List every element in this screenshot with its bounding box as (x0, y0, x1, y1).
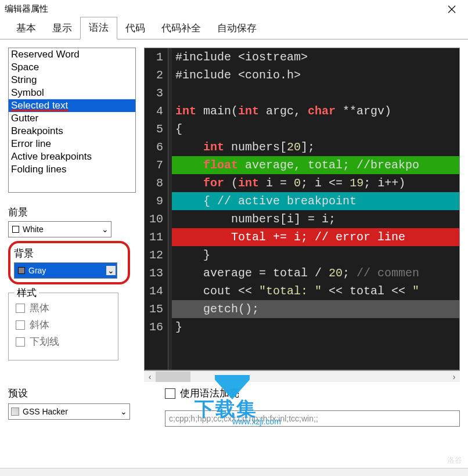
code-line: for (int i = 0; i <= 19; i++) (172, 174, 459, 192)
line-number: 9 (149, 192, 163, 210)
horizontal-scrollbar[interactable]: ‹ › (144, 370, 460, 382)
tab-2[interactable]: 语法 (80, 17, 117, 39)
use-syntax-highlight-label: 使用语法加亮 (180, 387, 239, 400)
background-value: Gray (27, 266, 106, 275)
checkbox-icon (16, 304, 25, 313)
code-line: numbers[i] = i; (172, 210, 459, 228)
chevron-down-icon: ⌄ (120, 407, 127, 416)
list-item[interactable]: Selected text (9, 99, 135, 112)
underline-checkbox[interactable]: 下划线 (16, 335, 111, 348)
close-icon (448, 5, 456, 13)
titlebar: 编辑器属性 (0, 0, 468, 19)
left-panel: Reserved WordSpaceStringSymbolSelected t… (8, 48, 136, 382)
window-title: 编辑器属性 (5, 3, 48, 15)
list-item[interactable]: Gutter (9, 112, 135, 125)
list-item[interactable]: Breakpoints (9, 125, 135, 138)
line-number: 12 (149, 246, 163, 264)
background-annotation: 背景 Gray ⌄ (8, 241, 130, 284)
line-number: 1 (149, 48, 163, 66)
foreground-value: White (21, 225, 100, 234)
code-line (172, 84, 459, 102)
use-syntax-highlight-checkbox[interactable]: 使用语法加亮 (165, 387, 460, 400)
window: 编辑器属性 基本显示语法代码代码补全自动保存 Reserved WordSpac… (0, 0, 468, 476)
scroll-thumb[interactable] (156, 372, 190, 382)
checkbox-icon (16, 320, 25, 330)
preset-value: GSS Hacker (23, 407, 120, 416)
list-item[interactable]: String (9, 74, 135, 86)
chevron-down-icon: ⌄ (100, 225, 110, 234)
tab-3[interactable]: 代码 (117, 18, 153, 39)
foreground-group: 前景 White ⌄ (8, 205, 136, 237)
scroll-track[interactable] (156, 372, 448, 382)
code-line: average = total / 20; // commen (172, 264, 459, 282)
bold-checkbox[interactable]: 黑体 (16, 301, 111, 315)
line-number: 4 (149, 102, 163, 120)
line-number: 11 (149, 228, 163, 246)
checkbox-icon (165, 388, 175, 399)
preset-combo[interactable]: GSS Hacker ⌄ (8, 403, 130, 420)
tab-0[interactable]: 基本 (8, 18, 44, 39)
color-swatch-icon (18, 267, 25, 274)
scroll-right-icon[interactable]: › (448, 372, 460, 382)
line-number: 5 (149, 120, 163, 138)
extensions-placeholder: c;cpp;h;hpp;cc;cxx;cp;hp;rh;fx;inl;tcc;w… (169, 414, 318, 423)
preset-label: 预设 (8, 387, 130, 400)
code-line: float average, total; //breakpo (172, 156, 459, 174)
list-item[interactable]: Folding lines (9, 163, 135, 176)
code-area: #include <iostream>#include <conio.h>int… (172, 48, 459, 370)
line-number: 10 (149, 210, 163, 228)
preset-group: 预设 GSS Hacker ⌄ (8, 387, 130, 427)
code-line: } (172, 246, 459, 264)
checkbox-icon (16, 337, 25, 347)
gutter: 12345678910111213141516 (145, 48, 168, 370)
background-label: 背景 (14, 247, 124, 260)
code-line: { (172, 120, 459, 138)
background-combo[interactable]: Gray ⌄ (14, 262, 117, 279)
code-line: Total += i; // error line (172, 228, 459, 246)
code-preview: 12345678910111213141516 #include <iostre… (144, 48, 460, 370)
line-number: 2 (149, 66, 163, 84)
list-item[interactable]: Error line (9, 138, 135, 150)
code-line: int main(int argc, char **argv) (172, 102, 459, 120)
tab-4[interactable]: 代码补全 (153, 18, 209, 39)
extensions-input[interactable]: c;cpp;h;hpp;cc;cxx;cp;hp;rh;fx;inl;tcc;w… (165, 410, 460, 427)
line-number: 7 (149, 156, 163, 174)
style-group: 样式 黑体 斜体 下划线 (8, 293, 118, 360)
line-number: 8 (149, 174, 163, 192)
style-legend: 样式 (15, 286, 39, 300)
foreground-combo[interactable]: White ⌄ (8, 221, 111, 237)
chevron-down-icon: ⌄ (106, 266, 116, 275)
line-number: 6 (149, 138, 163, 156)
line-number: 16 (149, 318, 163, 336)
close-button[interactable] (440, 0, 463, 19)
options-column: 使用语法加亮 c;cpp;h;hpp;cc;cxx;cp;hp;rh;fx;in… (165, 387, 460, 427)
line-number: 14 (149, 282, 163, 300)
bottom-panel: 预设 GSS Hacker ⌄ 使用语法加亮 c;cpp;h;hpp;cc;cx… (0, 382, 468, 427)
footer-bar (0, 468, 468, 476)
tab-5[interactable]: 自动保存 (209, 18, 265, 39)
italic-checkbox[interactable]: 斜体 (16, 318, 111, 331)
code-line: int numbers[20]; (172, 138, 459, 156)
content-area: Reserved WordSpaceStringSymbolSelected t… (0, 39, 468, 382)
code-line: { // active breakpoint (172, 192, 459, 210)
preset-icon (11, 408, 19, 416)
scroll-left-icon[interactable]: ‹ (144, 372, 156, 382)
tab-1[interactable]: 显示 (44, 18, 80, 39)
code-line: cout << "total: " << total << " (172, 282, 459, 300)
corner-label: 洛谷 (447, 455, 462, 466)
foreground-label: 前景 (8, 205, 136, 219)
code-line: #include <iostream> (172, 48, 459, 66)
code-line: } (172, 318, 459, 336)
line-number: 15 (149, 300, 163, 318)
code-line: #include <conio.h> (172, 66, 459, 84)
right-panel: 12345678910111213141516 #include <iostre… (144, 48, 460, 382)
list-item[interactable]: Active breakpoints (9, 150, 135, 163)
color-swatch-icon (12, 226, 19, 233)
code-line: getch(); (172, 300, 459, 318)
tab-bar: 基本显示语法代码代码补全自动保存 (0, 19, 468, 39)
list-item[interactable]: Space (9, 61, 135, 74)
syntax-item-list[interactable]: Reserved WordSpaceStringSymbolSelected t… (8, 48, 136, 193)
list-item[interactable]: Reserved Word (9, 48, 135, 61)
list-item[interactable]: Symbol (9, 86, 135, 99)
line-number: 3 (149, 84, 163, 102)
